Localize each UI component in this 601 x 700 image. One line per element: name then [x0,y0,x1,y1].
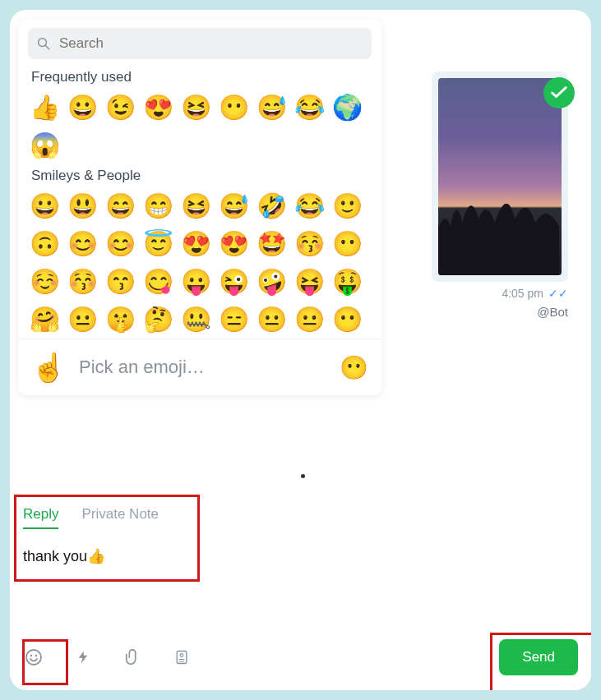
emoji-item[interactable]: 😶 [331,227,363,260]
brand-badge [543,77,575,108]
emoji-item[interactable]: 👍 [28,90,61,123]
emoji-search-row [18,20,381,66]
picker-prompt: Pick an emoji… [79,357,326,378]
attached-image [438,78,562,275]
emoji-picker: Frequently used 👍😀😉😍😆😶😅😂🌍😱 Smileys & Peo… [18,20,381,395]
emoji-item[interactable]: 🤔 [141,302,174,335]
message-meta: 4:05 pm ✓✓ [502,287,568,300]
chat-window: 4:05 pm ✓✓ @Bot Frequently used 👍😀😉😍😆😶😅😂… [10,10,591,690]
paperclip-icon [123,648,141,666]
emoji-item[interactable]: 😂 [293,90,326,123]
emoji-item[interactable]: 😍 [141,90,174,123]
emoji-item[interactable]: 🙂 [331,189,363,222]
search-icon [36,36,51,51]
emoji-item[interactable]: 🙃 [28,227,61,260]
emoji-button[interactable] [23,647,44,668]
send-button[interactable]: Send [499,639,578,675]
emoji-item[interactable]: 😇 [141,227,174,260]
emoji-item[interactable]: 😁 [141,189,174,222]
svg-point-3 [30,655,32,656]
compose-area: Reply Private Note thank you👍 [16,500,585,684]
picker-sample-emoji: 😶 [340,354,368,381]
svg-point-6 [180,654,183,657]
emoji-item[interactable]: 😆 [179,90,212,123]
emoji-item[interactable]: 😀 [28,189,61,222]
tab-reply[interactable]: Reply [23,506,58,529]
emoji-item[interactable]: 🌍 [331,90,363,123]
svg-line-1 [45,45,49,49]
compose-input[interactable]: thank you👍 [16,529,585,569]
emoji-item[interactable]: 😃 [66,189,99,222]
emoji-picker-footer: ☝️ Pick an emoji… 😶 [18,338,381,395]
tab-private-note[interactable]: Private Note [81,506,159,529]
recorder-button[interactable] [171,647,192,668]
emoji-item[interactable]: ☺️ [28,265,61,297]
bolt-icon [76,648,90,666]
recorder-icon [173,649,190,665]
compose-toolbar: Send [23,639,578,675]
brand-check-icon [550,84,568,102]
emoji-item[interactable]: 😍 [217,227,250,260]
emoji-item[interactable]: 🤗 [28,302,61,335]
emoji-item[interactable]: 😐 [66,302,99,335]
emoji-item[interactable]: 😊 [104,227,136,260]
emoji-item[interactable]: 😅 [255,90,288,123]
pointer-icon: ☝️ [31,351,66,384]
emoji-item[interactable]: 😋 [141,265,174,297]
message-time: 4:05 pm [502,287,543,300]
emoji-item[interactable]: 😅 [217,189,250,222]
emoji-item[interactable]: 😝 [293,265,326,297]
emoji-item[interactable]: 🤩 [255,227,288,260]
emoji-search-input[interactable] [58,35,363,53]
emoji-item[interactable]: 😙 [104,265,136,297]
svg-point-2 [26,650,41,665]
outgoing-message: 4:05 pm ✓✓ @Bot [432,71,568,319]
emoji-item[interactable]: 😀 [66,90,99,123]
emoji-item[interactable]: 😛 [179,265,212,297]
emoji-item[interactable]: 🤫 [104,302,136,335]
quick-reply-button[interactable] [72,647,94,668]
emoji-item[interactable]: 😜 [217,265,250,297]
emoji-item[interactable]: 😚 [66,265,99,297]
image-silhouette [438,187,559,275]
emoji-item[interactable]: 😶 [217,90,250,123]
section-frequent: Frequently used [18,66,381,87]
emoji-item[interactable]: 😱 [28,128,61,161]
emoji-item[interactable]: 😊 [66,227,99,260]
read-receipt-icon: ✓✓ [548,287,568,300]
emoji-item[interactable]: 😉 [104,90,136,123]
emoji-item[interactable]: 🤪 [255,265,288,297]
frequent-grid: 👍😀😉😍😆😶😅😂🌍😱 [18,87,381,164]
attach-button[interactable] [122,647,143,668]
typing-dot [301,474,305,478]
emoji-item[interactable]: 🤣 [255,189,288,222]
emoji-item[interactable]: 😐 [293,302,326,335]
smileys-grid: 😀😃😄😁😆😅🤣😂🙂🙃😊😊😇😍😍🤩😚😶☺️😚😙😋😛😜🤪😝🤑🤗😐🤫🤔🤐😑😐😐😶 [18,186,381,338]
emoji-item[interactable]: 😂 [293,189,326,222]
emoji-item[interactable]: 😐 [255,302,288,335]
message-author: @Bot [537,305,568,319]
smiley-icon [24,647,44,667]
emoji-item[interactable]: 😑 [217,302,250,335]
emoji-item[interactable]: 😄 [104,189,136,222]
emoji-item[interactable]: 😍 [179,227,212,260]
svg-point-4 [35,655,37,656]
section-smileys: Smileys & People [18,164,381,186]
emoji-item[interactable]: 😶 [331,302,363,335]
emoji-item[interactable]: 🤐 [179,302,212,335]
emoji-item[interactable]: 🤑 [331,265,363,297]
emoji-item[interactable]: 😆 [179,189,212,222]
compose-tabs: Reply Private Note [16,500,585,529]
emoji-search-box[interactable] [28,28,372,59]
emoji-item[interactable]: 😚 [293,227,326,260]
